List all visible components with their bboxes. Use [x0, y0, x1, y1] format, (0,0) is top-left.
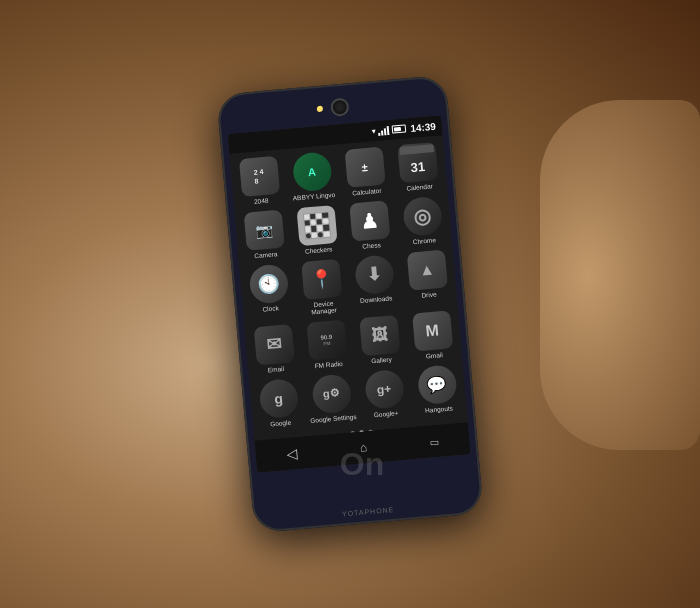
app-item-checkers[interactable]: Checkers	[291, 204, 342, 256]
app-label-drive: Drive	[421, 290, 437, 299]
recents-button[interactable]: ▭	[429, 435, 439, 447]
app-label-abbyy: ABBYY Lingvo	[292, 191, 335, 202]
battery-fill	[394, 127, 401, 132]
app-icon-email: ✉	[253, 324, 294, 365]
app-item-googleplus[interactable]: g+ Google+	[359, 368, 410, 420]
app-icon-hangouts: 💬	[416, 364, 457, 405]
app-label-hangouts: Hangouts	[425, 404, 453, 414]
app-icon-downloads: ⬇	[353, 254, 394, 295]
app-item-2048[interactable]: 248 2048	[234, 155, 285, 207]
app-icon-calculator: ±	[344, 147, 385, 188]
app-icon-calendar: 31	[397, 142, 438, 183]
app-icon-2048: 248	[238, 156, 279, 197]
app-item-downloads[interactable]: ⬇ Downloads	[349, 253, 401, 312]
app-label-downloads: Downloads	[360, 294, 393, 305]
app-item-hangouts[interactable]: 💬 Hangouts	[412, 364, 463, 416]
app-label-clock: Clock	[262, 304, 279, 313]
home-button[interactable]: ⌂	[359, 440, 367, 455]
app-label-fmradio: FM Radio	[314, 360, 343, 370]
phone-device: ▾ 14:39	[216, 75, 483, 533]
app-item-gsettings[interactable]: g⚙ Google Settings	[306, 373, 357, 425]
app-item-chrome[interactable]: ◎ Chrome	[397, 195, 448, 247]
app-icon-chrome: ◎	[402, 196, 443, 237]
back-button[interactable]: ◁	[286, 445, 298, 462]
wifi-icon: ▾	[371, 127, 376, 136]
right-hand	[540, 100, 700, 450]
app-icon-devmanager: 📍	[301, 258, 342, 299]
app-item-camera[interactable]: 📷 Camera	[239, 209, 290, 261]
app-icon-googleplus: g+	[363, 369, 404, 410]
status-time: 14:39	[410, 120, 436, 133]
app-item-email[interactable]: ✉ Email	[249, 324, 300, 376]
app-label-calculator: Calculator	[352, 187, 382, 197]
app-label-gsettings: Google Settings	[310, 413, 357, 425]
app-icon-camera: 📷	[243, 209, 284, 250]
app-label-calendar: Calendar	[406, 182, 433, 192]
app-label-email: Email	[268, 365, 285, 374]
app-icon-drive: ▲	[406, 249, 447, 290]
app-label-camera: Camera	[254, 250, 278, 260]
app-label-google: Google	[270, 419, 292, 429]
phone-screen: ▾ 14:39	[228, 115, 471, 472]
app-label-gmail: Gmail	[426, 351, 444, 360]
scene: ▾ 14:39	[0, 0, 700, 608]
app-label-2048: 2048	[254, 197, 269, 206]
app-item-chess[interactable]: ♟ Chess	[344, 200, 395, 252]
app-item-gallery[interactable]: 🖼 Gallery	[354, 315, 405, 367]
app-grid: 248 2048 A ABBYY Lingvo ±	[229, 135, 467, 435]
camera-area	[316, 97, 349, 118]
checkers-board	[302, 211, 330, 239]
app-item-devmanager[interactable]: 📍 Device Manager	[296, 258, 348, 317]
app-item-clock[interactable]: 🕙 Clock	[243, 263, 295, 322]
camera-lens-icon	[330, 97, 350, 117]
app-icon-chess: ♟	[349, 200, 390, 241]
app-icon-google: g	[258, 378, 299, 419]
status-icons: ▾	[371, 123, 407, 136]
app-label-gallery: Gallery	[371, 356, 392, 366]
app-icon-gallery: 🖼	[359, 315, 400, 356]
app-item-abbyy[interactable]: A ABBYY Lingvo	[287, 151, 338, 203]
app-item-calendar[interactable]: 31 Calendar	[392, 142, 443, 194]
battery-icon	[392, 124, 407, 133]
app-item-calculator[interactable]: ± Calculator	[340, 146, 391, 198]
app-icon-gsettings: g⚙	[311, 373, 352, 414]
app-icon-checkers	[296, 205, 337, 246]
app-item-gmail[interactable]: M Gmail	[407, 310, 458, 362]
app-label-googleplus: Google+	[374, 409, 399, 419]
app-item-fmradio[interactable]: 90.9 FM FM Radio	[302, 319, 353, 371]
signal-icon	[378, 125, 390, 136]
app-icon-fmradio: 90.9 FM	[306, 320, 347, 361]
app-item-drive[interactable]: ▲ Drive	[402, 249, 454, 308]
app-label-chrome: Chrome	[412, 236, 436, 246]
app-item-google[interactable]: g Google	[253, 378, 304, 430]
app-icon-gmail: M	[412, 311, 453, 352]
app-icon-clock: 🕙	[248, 263, 289, 304]
app-icon-abbyy: A	[291, 151, 332, 192]
app-label-devmanager: Device Manager	[300, 298, 348, 318]
brand-label: YOTAPHONE	[342, 506, 395, 518]
flash-icon	[317, 106, 324, 113]
app-label-checkers: Checkers	[305, 245, 333, 255]
app-label-chess: Chess	[362, 241, 381, 250]
